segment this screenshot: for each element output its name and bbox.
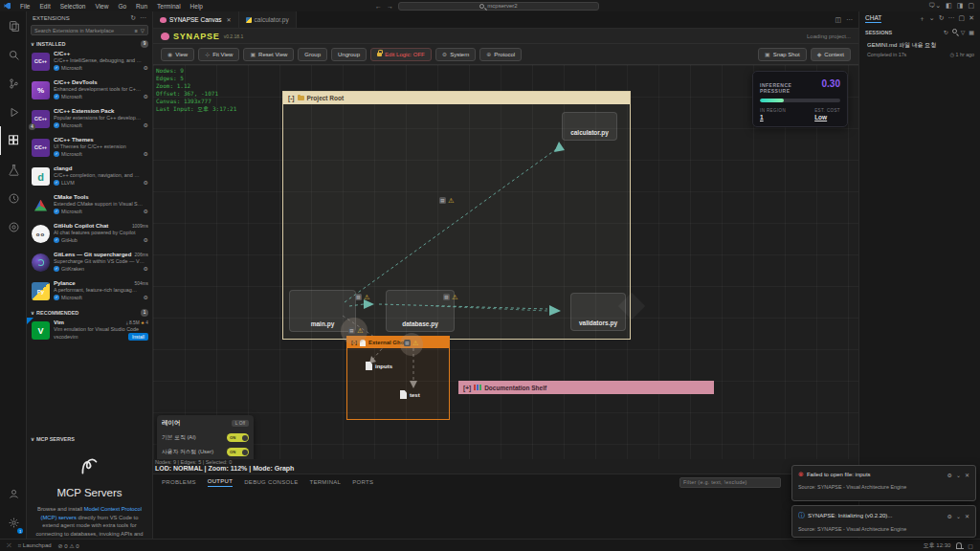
layers-mode-button[interactable]: L Off xyxy=(232,420,249,427)
chat-toggle-icon[interactable]: 🗨⌄ xyxy=(928,2,941,10)
history-icon[interactable]: ↻ xyxy=(939,14,945,24)
settings-gear-icon[interactable]: 1 xyxy=(0,508,27,537)
menu-go[interactable]: Go xyxy=(113,3,131,10)
protocol-button[interactable]: ⊕Protocol xyxy=(479,48,522,61)
clock-item[interactable]: 오후 12:30 xyxy=(924,541,951,550)
notification-error[interactable]: ⊗ Failed to open file: inputs ⚙ ⌄ ✕ Sour… xyxy=(791,465,976,501)
node-test[interactable]: test xyxy=(400,390,420,399)
gear-icon[interactable]: ⚙ xyxy=(144,236,148,243)
layout-panel-icon[interactable]: ◨ xyxy=(957,2,964,10)
run-debug-icon[interactable] xyxy=(0,98,27,126)
layer-toggle-ai[interactable]: ON xyxy=(227,433,249,442)
fit-view-button[interactable]: ⊹Fit View xyxy=(198,48,239,61)
reset-view-button[interactable]: ▣Reset View xyxy=(243,48,294,61)
extension-row-clangd[interactable]: d clangd C/C++ completion, navigation, a… xyxy=(27,164,152,192)
notification-info[interactable]: ⓘ SYNAPSE: Initializing (v0.2.20)... ⚙ ⌄… xyxy=(791,505,976,538)
system-button[interactable]: ⚙System xyxy=(435,48,476,61)
group-external-ghost[interactable]: [-] External Ghost xyxy=(346,336,450,420)
extension-row-vim[interactable]: V Vim ⤓ 8.5M ★ 4 Vim emulation for Visua… xyxy=(27,318,152,346)
more-actions-icon[interactable]: ⋯ xyxy=(140,14,146,22)
gear-icon[interactable]: ⚙ xyxy=(144,93,148,99)
close-icon[interactable]: ✕ xyxy=(965,513,969,519)
group-documentation-shelf[interactable]: [+] Documentation Shelf xyxy=(458,381,714,394)
close-panel-icon[interactable]: ✕ xyxy=(969,14,974,24)
extension-row-cmake[interactable]: CMake Tools Extended CMake support in Vi… xyxy=(27,192,152,221)
remote-indicator-icon[interactable]: ⤫ xyxy=(7,542,11,549)
gear-icon[interactable]: ⚙ xyxy=(144,150,148,157)
filter-icon[interactable]: ▽ xyxy=(141,28,145,33)
gear-icon[interactable]: ⚙ xyxy=(947,513,952,519)
menu-file[interactable]: File xyxy=(15,3,34,10)
extension-row-cpp[interactable]: C/C++ C/C++ C/C++ IntelliSense, debuggin… xyxy=(27,49,152,77)
chevron-down-icon[interactable]: ⌄ xyxy=(956,472,961,478)
history-icon[interactable] xyxy=(0,184,27,212)
split-editor-icon[interactable]: ◫ xyxy=(835,16,841,24)
extensions-search-input[interactable]: Search Extensions in Marketplace ≡▽ xyxy=(31,25,148,35)
refresh-icon[interactable]: ↻ xyxy=(944,29,948,35)
menu-help[interactable]: Help xyxy=(186,3,208,10)
layout-icon[interactable]: ▢ xyxy=(968,542,973,549)
close-tab-icon[interactable]: ✕ xyxy=(227,16,232,23)
refresh-icon[interactable]: ↻ xyxy=(130,14,136,22)
launchpad-item[interactable]: ⌗ Launchpad xyxy=(18,542,52,549)
clear-icon[interactable]: ≡ xyxy=(135,28,138,33)
search-icon[interactable] xyxy=(0,40,27,69)
layout-sidebar-icon[interactable]: ◧ xyxy=(946,2,952,10)
gear-icon[interactable]: ⚙ xyxy=(144,294,148,300)
extension-row-themes[interactable]: C/C++ C/C++ Themes UI Themes for C/C++ e… xyxy=(27,135,152,164)
extension-row-copilot-chat[interactable]: oo GitHub Copilot Chat1009ms AI chat fea… xyxy=(27,221,152,250)
source-control-icon[interactable] xyxy=(0,69,27,98)
menu-run[interactable]: Run xyxy=(131,3,152,10)
tab-problems[interactable]: PROBLEMS xyxy=(162,479,196,485)
tab-ports[interactable]: PORTS xyxy=(352,479,373,485)
target-icon[interactable] xyxy=(0,212,27,241)
menu-view[interactable]: View xyxy=(90,3,113,10)
expand-toggle[interactable]: [+] xyxy=(463,385,471,391)
install-button[interactable]: Install xyxy=(128,333,148,341)
extension-row-devtools[interactable]: % C/C++ DevTools Enhanced development to… xyxy=(27,77,152,106)
nav-back-icon[interactable]: ← xyxy=(375,3,382,10)
chevron-down-icon[interactable]: ⌄ xyxy=(956,513,961,519)
close-icon[interactable]: ✕ xyxy=(965,472,969,478)
tab-synapse-canvas[interactable]: SYNAPSE Canvas ✕ xyxy=(153,11,239,28)
editor-more-icon[interactable]: ⋯ xyxy=(846,16,853,24)
ungroup-button[interactable]: Ungroup xyxy=(331,48,367,61)
node-inputs[interactable]: inputs xyxy=(366,362,392,370)
graph-canvas[interactable]: Nodes: 9Edges: 5 Zoom: 1.12Offset: 367, … xyxy=(153,65,858,459)
gear-icon[interactable]: ⚙ xyxy=(144,121,148,128)
extension-row-gitlens[interactable]: GitLens — Git supercharged206ms Supercha… xyxy=(27,250,152,278)
gear-icon[interactable]: ⚙ xyxy=(144,179,148,186)
menu-terminal[interactable]: Terminal xyxy=(152,3,186,10)
chevron-down-icon[interactable]: ⌄ xyxy=(929,14,935,24)
tab-debug-console[interactable]: DEBUG CONSOLE xyxy=(244,479,298,485)
new-chat-icon[interactable]: ＋ xyxy=(919,14,925,24)
search-icon[interactable] xyxy=(952,29,957,33)
gear-icon[interactable]: ⚙ xyxy=(144,208,148,214)
command-search-input[interactable]: mcpserver2 xyxy=(398,2,599,11)
nav-forward-icon[interactable]: → xyxy=(387,3,393,10)
chat-session-item[interactable]: GEMINI.md 파일 내용 요청 Completed in 17s ◷ 1 … xyxy=(859,38,980,60)
extension-row-pylance[interactable]: Py Pylance504ms A performant, feature-ri… xyxy=(27,278,152,307)
gear-icon[interactable]: ⚙ xyxy=(144,64,148,71)
section-installed[interactable]: ∨ INSTALLED 9 xyxy=(27,38,152,49)
layer-toggle-user[interactable]: ON xyxy=(227,448,249,456)
account-icon[interactable] xyxy=(0,479,27,508)
section-recommended[interactable]: ∨ RECOMMENDED 1 xyxy=(27,307,152,318)
more-actions-icon[interactable]: ⋯ xyxy=(948,14,955,24)
explorer-icon[interactable] xyxy=(0,11,27,40)
group-button[interactable]: Group xyxy=(298,48,327,61)
layout-icon[interactable]: ▦ xyxy=(969,29,974,35)
filter-icon[interactable]: ▽ xyxy=(961,29,966,35)
extension-row-extension-pack[interactable]: C/C++ 4 C/C++ Extension Pack Popular ext… xyxy=(27,106,152,135)
layout-custom-icon[interactable]: ▢ xyxy=(968,2,974,10)
snapshot-button[interactable]: ▣Snap Shot xyxy=(758,48,807,61)
problems-item[interactable]: ⊘ 0 ⚠ 0 xyxy=(58,542,79,549)
gear-icon[interactable]: ⚙ xyxy=(144,265,148,272)
output-filter-input[interactable]: Filter (e.g. text, !exclude) xyxy=(679,477,781,488)
tab-calculator-py[interactable]: calculator.py xyxy=(239,11,297,28)
tab-output[interactable]: OUTPUT xyxy=(208,478,233,487)
maximize-icon[interactable]: ▢ xyxy=(959,14,966,24)
context-button[interactable]: ◆Context xyxy=(811,48,851,61)
gear-icon[interactable]: ⚙ xyxy=(947,472,952,478)
edit-logic-button[interactable]: Edit Logic: OFF xyxy=(370,48,432,61)
